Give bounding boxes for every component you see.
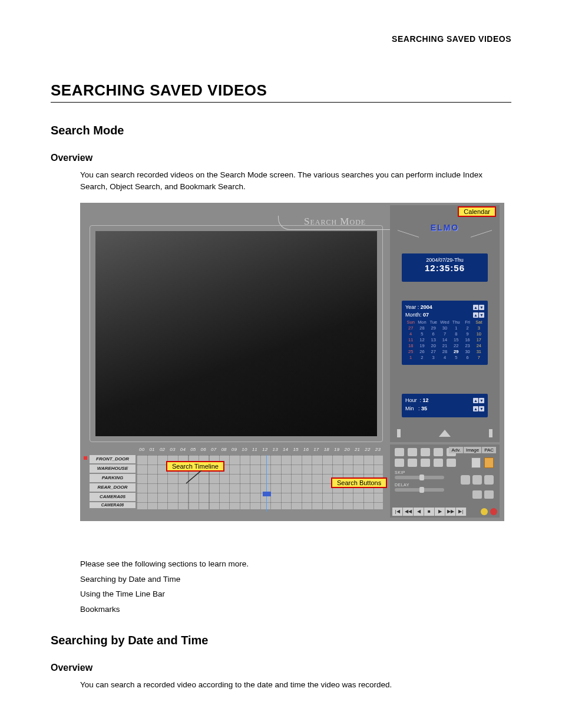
calendar-day[interactable]: 29 xyxy=(428,325,439,331)
calendar-day[interactable]: 24 xyxy=(474,343,484,348)
calendar-day[interactable]: 9 xyxy=(462,331,472,337)
calendar-day[interactable]: 21 xyxy=(439,343,450,348)
calendar-day[interactable]: 30 xyxy=(462,349,472,354)
power-icon[interactable] xyxy=(490,508,497,515)
calendar-day[interactable]: 18 xyxy=(405,343,416,348)
calendar-day[interactable]: 4 xyxy=(405,331,416,337)
scrubber-handle-icon[interactable] xyxy=(439,430,451,437)
transport-button[interactable]: ◀◀ xyxy=(403,508,414,516)
transport-button[interactable]: ■ xyxy=(424,508,435,516)
up-icon[interactable]: ▲ xyxy=(473,312,478,318)
document-icon[interactable] xyxy=(471,457,481,468)
up-icon[interactable]: ▲ xyxy=(473,398,478,403)
calendar-day[interactable]: 23 xyxy=(462,343,472,348)
calendar-day[interactable]: 31 xyxy=(474,349,484,354)
print-icon[interactable] xyxy=(395,459,404,467)
min-spinner[interactable]: ▲▼ xyxy=(472,406,484,411)
calendar-day[interactable]: 5 xyxy=(451,355,461,360)
calendar-day[interactable]: 8 xyxy=(451,331,461,337)
calendar-day[interactable]: 2 xyxy=(462,325,472,331)
calendar-day[interactable]: 7 xyxy=(474,355,484,360)
calendar-day[interactable]: 6 xyxy=(428,331,439,337)
document-orange-icon[interactable] xyxy=(484,457,494,468)
calendar-panel[interactable]: Year : 2004 ▲▼ Month: 07 ▲▼ SunMonTueWed… xyxy=(402,301,488,365)
calendar-day[interactable]: 2 xyxy=(416,355,427,360)
camera-row[interactable]: WAREHOUSE xyxy=(90,465,135,473)
calendar-day[interactable]: 28 xyxy=(439,349,450,354)
save-icon[interactable] xyxy=(421,459,430,467)
calendar-day[interactable]: 22 xyxy=(451,343,461,348)
transport-button[interactable]: ▶ xyxy=(435,508,445,516)
calendar-day[interactable]: 15 xyxy=(451,337,461,342)
calendar-day[interactable]: 27 xyxy=(428,349,439,354)
calendar-day[interactable]: 30 xyxy=(439,325,450,331)
time-select-panel[interactable]: Hour : 12 ▲▼ Min : 35 ▲▼ xyxy=(402,394,488,417)
circle-icon[interactable] xyxy=(421,448,430,456)
hour-spinner[interactable]: ▲▼ xyxy=(472,398,484,403)
skip-slider[interactable] xyxy=(395,476,444,479)
month-spinner[interactable]: ▲▼ xyxy=(472,312,484,318)
calendar-day[interactable]: 17 xyxy=(474,337,484,342)
transport-button[interactable]: ▶| xyxy=(456,508,467,516)
calendar-day[interactable]: 4 xyxy=(439,355,450,360)
scrubber[interactable] xyxy=(397,428,492,439)
down-icon[interactable]: ▼ xyxy=(479,305,484,310)
calendar-day[interactable]: 12 xyxy=(416,337,427,342)
camera-row[interactable]: REAR_DOOR xyxy=(90,483,135,492)
down-icon[interactable]: ▼ xyxy=(479,398,484,403)
help-icon[interactable] xyxy=(481,508,488,515)
calendar-day[interactable]: 6 xyxy=(462,355,472,360)
calendar-day[interactable]: 3 xyxy=(428,355,439,360)
transport-button[interactable]: ▶▶ xyxy=(445,508,456,516)
calendar-day[interactable]: 5 xyxy=(416,331,427,337)
delay-slider[interactable] xyxy=(395,488,444,492)
camera-row[interactable]: CAMERA06 xyxy=(90,502,135,508)
down-icon[interactable]: ▼ xyxy=(479,312,484,318)
calendar-day[interactable]: 1 xyxy=(451,325,461,331)
eraser-icon[interactable] xyxy=(408,448,417,456)
camera-row[interactable]: CAMERA05 xyxy=(90,493,135,501)
calendar-day[interactable]: 3 xyxy=(474,325,484,331)
calendar-day[interactable]: 11 xyxy=(405,337,416,342)
transport-button[interactable]: ◀ xyxy=(414,508,424,516)
recorded-clip[interactable] xyxy=(263,492,271,496)
export-icon[interactable] xyxy=(434,459,443,467)
calendar-grid[interactable]: SunMonTueWedThuFriSat2728293012345678910… xyxy=(405,319,484,360)
toolbar-tab[interactable]: PAC xyxy=(482,447,496,453)
up-icon[interactable]: ▲ xyxy=(473,305,478,310)
diamond-icon[interactable] xyxy=(434,448,443,456)
calendar-day[interactable]: 25 xyxy=(405,349,416,354)
calendar-day[interactable]: 1 xyxy=(405,355,416,360)
calendar-day[interactable]: 27 xyxy=(405,325,416,331)
calendar-day[interactable]: 19 xyxy=(416,343,427,348)
calendar-day[interactable]: 26 xyxy=(416,349,427,354)
toolbar-tab[interactable]: Adv. xyxy=(449,447,462,453)
camera-row[interactable]: FRONT_DOOR xyxy=(90,455,135,463)
scrubber-start[interactable] xyxy=(397,429,401,437)
calendar-day[interactable]: 29 xyxy=(451,349,461,354)
calendar-day[interactable]: 13 xyxy=(428,337,439,342)
calendar-day[interactable]: 16 xyxy=(462,337,472,342)
zoom-in-icon[interactable] xyxy=(461,475,470,485)
calendar-day[interactable]: 28 xyxy=(416,325,427,331)
playhead[interactable] xyxy=(266,455,267,512)
toolbar-tab[interactable]: Image xyxy=(464,447,481,453)
grid-icon[interactable] xyxy=(395,448,404,456)
calendar-day[interactable]: 14 xyxy=(439,337,450,342)
layout1-icon[interactable] xyxy=(472,490,482,499)
camera-row[interactable]: PARKING xyxy=(90,474,135,482)
calendar-day[interactable]: 20 xyxy=(428,343,439,348)
zoom-out-icon[interactable] xyxy=(472,475,482,485)
zoom-fit-icon[interactable] xyxy=(484,475,494,485)
year-spinner[interactable]: ▲▼ xyxy=(472,305,484,310)
folder-icon[interactable] xyxy=(447,459,456,467)
up-icon[interactable]: ▲ xyxy=(473,406,478,411)
globe-icon[interactable] xyxy=(408,459,417,467)
down-icon[interactable]: ▼ xyxy=(479,406,484,411)
calendar-day[interactable]: 10 xyxy=(474,331,484,337)
transport-button[interactable]: |◀ xyxy=(392,508,403,516)
scrubber-end[interactable] xyxy=(489,429,492,437)
layout2-icon[interactable] xyxy=(484,490,494,499)
calendar-day[interactable]: 7 xyxy=(439,331,450,337)
toolbar-tabs[interactable]: Adv.ImagePAC xyxy=(449,447,496,453)
